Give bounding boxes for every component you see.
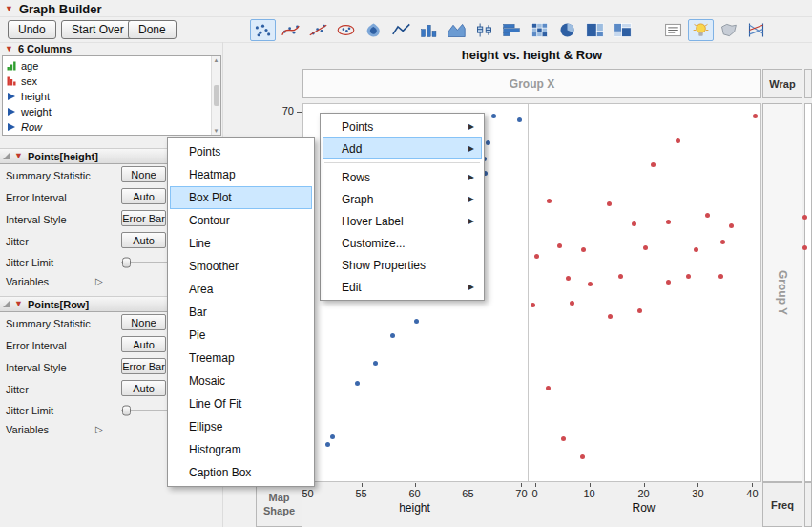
data-point[interactable] bbox=[643, 245, 648, 250]
x-tick-mark bbox=[415, 483, 416, 487]
context-menu-item-rows[interactable]: Rows▶ bbox=[323, 166, 482, 188]
menu-item-label: Bar bbox=[189, 306, 207, 319]
element-menu-item-mosaic[interactable]: Mosaic bbox=[170, 369, 312, 392]
data-point[interactable] bbox=[618, 274, 623, 279]
data-point[interactable] bbox=[580, 454, 585, 459]
submenu-arrow-icon: ▶ bbox=[468, 122, 474, 131]
y-tick-mark bbox=[297, 112, 302, 113]
data-point[interactable] bbox=[607, 201, 612, 206]
menu-item-label: Add bbox=[342, 142, 362, 156]
data-point[interactable] bbox=[534, 254, 539, 259]
x-tick-label: 10 bbox=[578, 488, 601, 499]
menu-item-label: Treemap bbox=[189, 351, 235, 365]
menu-item-label: Ellipse bbox=[189, 420, 222, 433]
x-tick-label: 55 bbox=[350, 488, 373, 499]
x-tick-label: 0 bbox=[524, 488, 547, 499]
data-point[interactable] bbox=[651, 162, 656, 167]
menu-item-label: Line Of Fit bbox=[189, 397, 241, 411]
menu-item-label: Area bbox=[189, 283, 213, 296]
element-menu-item-contour[interactable]: Contour bbox=[170, 209, 312, 232]
x-tick-mark bbox=[590, 483, 591, 487]
element-menu-item-ellipse[interactable]: Ellipse bbox=[170, 415, 312, 438]
data-point[interactable] bbox=[753, 114, 758, 118]
data-point[interactable] bbox=[637, 308, 642, 313]
data-point[interactable] bbox=[802, 215, 807, 220]
data-point[interactable] bbox=[557, 243, 562, 248]
element-menu-item-box-plot[interactable]: Box Plot bbox=[170, 186, 312, 209]
element-menu-item-treemap[interactable]: Treemap bbox=[170, 347, 312, 369]
element-menu-item-area[interactable]: Area bbox=[170, 278, 312, 301]
data-point[interactable] bbox=[666, 220, 671, 224]
element-menu-item-heatmap[interactable]: Heatmap bbox=[170, 163, 312, 186]
menu-item-label: Customize... bbox=[342, 237, 406, 250]
data-point[interactable] bbox=[686, 274, 691, 279]
context-menu-item-edit[interactable]: Edit▶ bbox=[323, 276, 482, 298]
data-point[interactable] bbox=[705, 213, 710, 218]
submenu-arrow-icon: ▶ bbox=[468, 283, 474, 291]
context-menu-item-show-properties[interactable]: Show Properties bbox=[323, 254, 482, 276]
data-point[interactable] bbox=[325, 442, 330, 447]
context-menu-item-add[interactable]: Add▶ bbox=[323, 137, 482, 159]
data-point[interactable] bbox=[517, 117, 522, 122]
data-point[interactable] bbox=[355, 381, 360, 386]
context-menu-item-points[interactable]: Points▶ bbox=[323, 116, 482, 137]
menu-item-label: Pie bbox=[189, 328, 205, 342]
menu-item-label: Smoother bbox=[189, 260, 239, 273]
data-point[interactable] bbox=[694, 247, 698, 252]
menu-item-label: Heatmap bbox=[189, 168, 236, 181]
data-point[interactable] bbox=[666, 280, 671, 285]
data-point[interactable] bbox=[720, 240, 725, 244]
context-menu-item-graph[interactable]: Graph▶ bbox=[323, 188, 482, 210]
context-menu-item-customize[interactable]: Customize... bbox=[323, 232, 482, 254]
data-point[interactable] bbox=[561, 436, 566, 441]
element-menu-item-bar[interactable]: Bar bbox=[170, 301, 312, 324]
menu-item-label: Line bbox=[189, 237, 211, 250]
data-point[interactable] bbox=[676, 138, 680, 143]
data-point[interactable] bbox=[570, 301, 574, 306]
data-point[interactable] bbox=[330, 434, 335, 439]
menu-item-label: Points bbox=[189, 145, 220, 158]
data-point[interactable] bbox=[632, 221, 636, 226]
submenu-arrow-icon: ▶ bbox=[468, 217, 474, 225]
data-point[interactable] bbox=[414, 319, 419, 324]
data-point[interactable] bbox=[566, 276, 571, 281]
data-point[interactable] bbox=[486, 140, 490, 145]
graph-builder-window: ▼ Graph Builder Undo Start Over Done ▼ 6… bbox=[0, 0, 812, 527]
menu-item-label: Caption Box bbox=[189, 466, 251, 479]
element-menu-item-points[interactable]: Points bbox=[170, 140, 312, 163]
element-menu-item-histogram[interactable]: Histogram bbox=[170, 438, 312, 461]
x-tick-label: 20 bbox=[633, 488, 656, 499]
data-point[interactable] bbox=[802, 245, 807, 250]
data-point[interactable] bbox=[373, 361, 378, 366]
x-tick-mark bbox=[644, 483, 645, 487]
element-menu-item-caption-box[interactable]: Caption Box bbox=[170, 461, 312, 484]
add-element-submenu: PointsHeatmapBox PlotContourLineSmoother… bbox=[167, 137, 315, 487]
menu-item-label: Points bbox=[342, 120, 373, 134]
data-point[interactable] bbox=[581, 247, 586, 252]
x-tick-label: 30 bbox=[686, 488, 709, 499]
data-point[interactable] bbox=[547, 199, 552, 203]
data-point[interactable] bbox=[729, 223, 734, 228]
element-menu-item-line-of-fit[interactable]: Line Of Fit bbox=[170, 392, 312, 415]
data-point[interactable] bbox=[718, 274, 723, 279]
x-tick-mark bbox=[468, 483, 468, 487]
menu-item-label: Hover Label bbox=[342, 215, 404, 228]
element-menu-item-line[interactable]: Line bbox=[170, 232, 312, 255]
x-tick-label: 40 bbox=[740, 488, 763, 499]
data-point[interactable] bbox=[491, 114, 496, 118]
x-tick-mark bbox=[752, 483, 753, 487]
submenu-arrow-icon: ▶ bbox=[468, 173, 474, 181]
element-menu-item-pie[interactable]: Pie bbox=[170, 324, 312, 347]
data-point[interactable] bbox=[608, 314, 613, 319]
context-menu-item-hover-label[interactable]: Hover Label▶ bbox=[323, 210, 482, 232]
menu-item-label: Histogram bbox=[189, 443, 241, 456]
data-point[interactable] bbox=[390, 333, 395, 338]
menu-item-label: Rows bbox=[342, 171, 370, 184]
data-point[interactable] bbox=[546, 386, 551, 390]
menu-item-label: Contour bbox=[189, 214, 230, 227]
data-point[interactable] bbox=[588, 282, 593, 286]
menu-item-label: Box Plot bbox=[189, 191, 232, 204]
data-point[interactable] bbox=[531, 303, 535, 307]
element-menu-item-smoother[interactable]: Smoother bbox=[170, 255, 312, 278]
x-tick-mark bbox=[521, 483, 522, 487]
